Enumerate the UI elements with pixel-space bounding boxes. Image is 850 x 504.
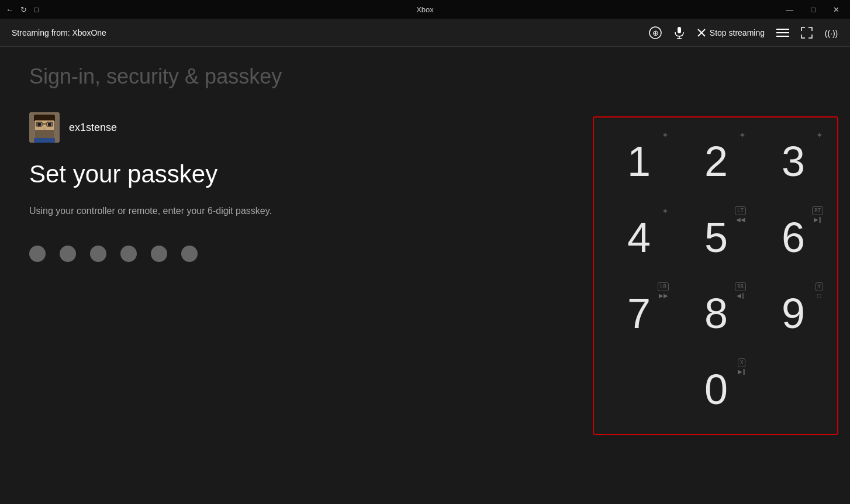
menu-icon	[776, 27, 789, 38]
user-row: ex1stense	[29, 112, 552, 143]
stop-streaming-label: Stop streaming	[710, 28, 765, 37]
xbox-home-button[interactable]: ⊕	[649, 26, 662, 39]
numpad-key-3[interactable]: 3 ✦	[754, 123, 831, 199]
svg-rect-22	[34, 138, 55, 143]
svg-rect-14	[37, 123, 41, 126]
numpad-row-3: 7 LB ▶▶ 8 RB ◀‖ 9 Y	[600, 275, 831, 351]
numpad: 1 ✦ 2 ✦ 3 ✦	[593, 116, 838, 435]
dpad-hint-4: ✦	[662, 206, 669, 216]
svg-rect-19	[43, 127, 46, 130]
square-hint: □	[817, 292, 821, 299]
numpad-key-5[interactable]: 5 LT ◀◀	[677, 199, 754, 275]
lb-hint: LB	[658, 282, 669, 291]
svg-text:((·)): ((·))	[825, 29, 838, 38]
window-title: Xbox	[416, 5, 434, 14]
rewind-hint: ◀◀	[736, 216, 745, 223]
svg-rect-21	[35, 130, 54, 139]
signal-button[interactable]: ((·))	[824, 27, 838, 39]
mic-icon	[673, 26, 685, 39]
fastforward-hint: ▶▶	[659, 292, 668, 299]
svg-rect-15	[48, 123, 51, 126]
signal-icon: ((·))	[824, 27, 838, 39]
left-panel: Sign-in, security & passkey	[0, 47, 581, 504]
rb-hint: RB	[735, 282, 746, 291]
numpad-key-8[interactable]: 8 RB ◀‖	[677, 275, 754, 351]
passkey-description: Using your controller or remote, enter y…	[29, 206, 322, 216]
title-bar: ← ↻ □ Xbox — □ ✕	[0, 0, 850, 19]
set-passkey-heading: Set your passkey	[29, 160, 552, 188]
numpad-key-1[interactable]: 1 ✦	[600, 123, 677, 199]
dpad-hint-2: ✦	[739, 130, 746, 140]
stop-streaming-button[interactable]: Stop streaming	[697, 28, 765, 37]
passkey-dot-3	[90, 246, 106, 262]
numpad-key-9[interactable]: 9 Y □	[754, 275, 831, 351]
expand-icon	[801, 27, 813, 39]
maximize-button[interactable]: □	[806, 0, 820, 19]
streaming-controls: ⊕ Stop streaming	[649, 26, 838, 39]
close-button[interactable]: ✕	[828, 0, 844, 19]
avatar	[29, 112, 60, 143]
passkey-dot-2	[60, 246, 76, 262]
stop-streaming-icon	[697, 28, 706, 37]
dpad-hint-1: ✦	[662, 130, 669, 140]
window-controls: — □ ✕	[781, 0, 844, 19]
minimize-button[interactable]: —	[781, 0, 798, 19]
streaming-label: Streaming from: XboxOne	[12, 28, 106, 37]
passkey-dots	[29, 246, 552, 262]
passkey-dot-5	[151, 246, 167, 262]
play-hint: ▶‖	[738, 368, 745, 375]
svg-text:⊕: ⊕	[652, 29, 658, 37]
passkey-dot-6	[181, 246, 198, 262]
dpad-hint-3: ✦	[816, 130, 823, 140]
streaming-bar: Streaming from: XboxOne ⊕ Stop streami	[0, 19, 850, 47]
passkey-dot-1	[29, 246, 46, 262]
numpad-key-6[interactable]: 6 RT ▶‖	[754, 199, 831, 275]
xbox-icon: ⊕	[649, 26, 662, 39]
numpad-row-1: 1 ✦ 2 ✦ 3 ✦	[600, 123, 831, 199]
back-button[interactable]: ←	[6, 5, 13, 14]
numpad-key-0[interactable]: 0 X ▶‖	[678, 351, 754, 427]
expand-button[interactable]	[801, 27, 813, 39]
save-button[interactable]: □	[34, 5, 39, 14]
numpad-key-2[interactable]: 2 ✦	[677, 123, 754, 199]
avatar-image	[29, 112, 60, 143]
username: ex1stense	[69, 122, 117, 134]
right-panel: 1 ✦ 2 ✦ 3 ✦	[581, 47, 850, 504]
x-hint: X	[738, 358, 745, 367]
lt-hint: LT	[735, 206, 746, 215]
numpad-row-4: 0 X ▶‖	[600, 351, 831, 427]
passkey-dot-4	[120, 246, 137, 262]
rt-hint: RT	[812, 206, 823, 215]
svg-rect-2	[678, 27, 681, 33]
refresh-button[interactable]: ↻	[20, 5, 27, 14]
main-content: Sign-in, security & passkey	[0, 47, 850, 504]
mic-button[interactable]	[673, 26, 685, 39]
numpad-row-2: 4 ✦ 5 LT ◀◀ 6 RT ▶‖	[600, 199, 831, 275]
y-hint: Y	[816, 282, 823, 291]
numpad-key-4[interactable]: 4 ✦	[600, 199, 677, 275]
skipback-hint: ◀‖	[737, 292, 744, 299]
playpause-hint: ▶‖	[814, 216, 821, 223]
menu-button[interactable]	[776, 27, 789, 38]
title-bar-nav: ← ↻ □	[6, 5, 39, 14]
page-title: Sign-in, security & passkey	[29, 64, 552, 89]
numpad-key-7[interactable]: 7 LB ▶▶	[600, 275, 677, 351]
